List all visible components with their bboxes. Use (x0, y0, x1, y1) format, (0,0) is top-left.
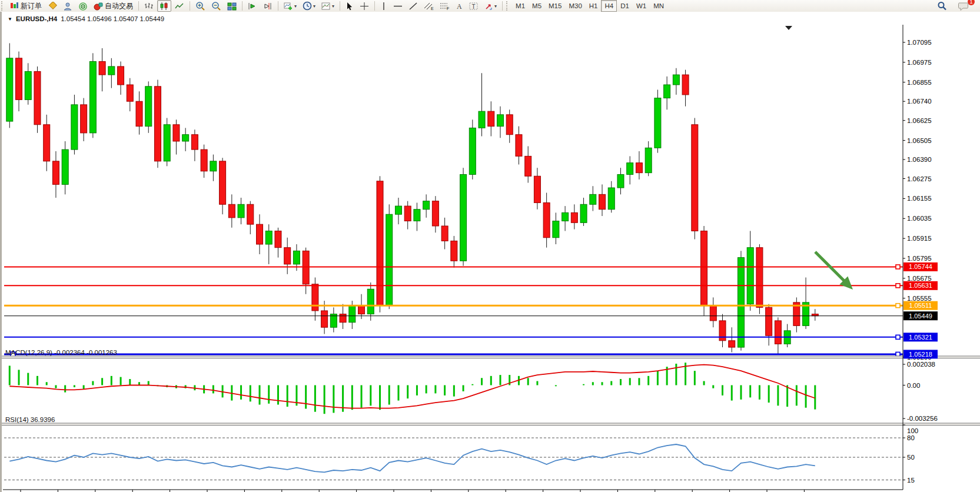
bear-candle (534, 176, 540, 202)
cursor-button[interactable] (343, 0, 356, 12)
svg-text:E: E (431, 6, 434, 11)
horizontal-line-icon (393, 2, 403, 11)
toolbar-grip[interactable] (1, 1, 5, 11)
line-handle[interactable] (896, 352, 900, 356)
bear-candle (321, 311, 328, 327)
channel-icon: E (424, 2, 434, 11)
svg-text:A: A (457, 2, 462, 11)
bear-candle (451, 241, 457, 261)
search-button[interactable] (935, 0, 949, 12)
text-label-icon: T (469, 2, 479, 11)
profile-icon (63, 2, 72, 11)
price-chart[interactable]: 1.070951.069751.068551.067401.066251.065… (2, 12, 980, 492)
bar-chart-button[interactable] (142, 0, 156, 12)
line-handle[interactable] (896, 335, 900, 339)
bear-candle (682, 75, 689, 95)
bear-candle (710, 305, 716, 320)
bear-candle (220, 161, 226, 204)
bear-candle (127, 85, 133, 101)
bear-candle (766, 307, 772, 335)
market-icon (48, 2, 57, 11)
bull-candle (293, 251, 300, 264)
bull-candle (25, 71, 31, 99)
bull-candle (395, 206, 401, 214)
signal-button[interactable] (76, 0, 90, 12)
line-handle[interactable] (896, 284, 900, 288)
tile-windows-button[interactable] (225, 0, 239, 12)
price-tick-label: 1.06740 (907, 98, 932, 105)
line-handle[interactable] (896, 304, 900, 308)
new-order-button[interactable]: 新订单 (8, 0, 44, 12)
chart-shift-button[interactable] (261, 0, 275, 12)
line-chart-button[interactable] (172, 0, 187, 12)
autotrade-button[interactable]: 自动交易 (91, 0, 135, 12)
bull-candle (367, 289, 374, 314)
fibonacci-button[interactable]: F (437, 0, 452, 12)
chevron-down-icon: ▾ (294, 4, 297, 9)
price-badge-label: 1.05218 (909, 351, 932, 358)
tab-timeframe-h4[interactable]: H4 (601, 0, 617, 12)
tab-timeframe-w1[interactable]: W1 (633, 0, 650, 12)
cursor-icon (346, 2, 354, 11)
tab-timeframe-mn[interactable]: MN (650, 0, 667, 12)
bear-candle (488, 111, 494, 126)
add-indicator-icon (284, 2, 293, 11)
bull-candle (608, 188, 614, 210)
window-menu-icon[interactable]: ▼ (8, 16, 12, 22)
bull-candle (164, 125, 170, 161)
toolbar-separator (374, 1, 375, 11)
bull-candle (349, 305, 356, 322)
tile-windows-icon (227, 2, 237, 11)
bull-candle (423, 201, 430, 210)
bear-candle (775, 321, 781, 344)
bull-candle (145, 87, 152, 127)
add-indicator-button[interactable]: ▾ (281, 0, 299, 12)
tab-timeframe-h1[interactable]: H1 (586, 0, 602, 12)
tab-timeframe-m5[interactable]: M5 (529, 0, 545, 12)
text-button[interactable]: A (453, 0, 466, 12)
toolbar-separator (278, 1, 278, 11)
candlestick-chart-button[interactable] (157, 0, 171, 12)
tab-timeframe-m15[interactable]: M15 (545, 0, 565, 12)
chart-shift-marker[interactable] (785, 26, 792, 30)
toolbar-grip[interactable] (506, 1, 510, 11)
tab-timeframe-m1[interactable]: M1 (512, 0, 529, 12)
notification-badge: 1 (968, 0, 975, 5)
line-handle[interactable] (896, 265, 900, 269)
market-button[interactable] (45, 0, 59, 12)
bull-candle (6, 58, 13, 121)
svg-text:T: T (472, 3, 476, 9)
mt4-application: { "toolbar": { "new_order_label": "新订单",… (0, 0, 980, 492)
bear-candle (173, 125, 180, 141)
profile-button[interactable] (61, 0, 75, 12)
bull-candle (414, 210, 420, 221)
bear-candle (228, 204, 235, 218)
period-clock-button[interactable]: ▾ (300, 0, 318, 12)
tab-timeframe-d1[interactable]: D1 (617, 0, 633, 12)
zoom-out-button[interactable] (209, 0, 224, 12)
bull-candle (62, 149, 68, 184)
channel-button[interactable]: E (421, 0, 436, 12)
bear-candle (52, 161, 59, 185)
svg-text:F: F (447, 6, 449, 11)
chart-shift-icon (263, 2, 273, 11)
trendline-button[interactable] (406, 0, 420, 12)
price-tick-label: 1.05675 (907, 275, 932, 282)
bull-candle (664, 85, 670, 98)
tab-timeframe-m30[interactable]: M30 (565, 0, 585, 12)
crosshair-button[interactable] (357, 0, 371, 12)
bear-candle (636, 163, 642, 173)
horizontal-line-button[interactable] (391, 0, 405, 12)
text-label-button[interactable]: T (467, 0, 481, 12)
price-badge-label: 1.05511 (909, 302, 932, 309)
zoom-in-button[interactable] (193, 0, 208, 12)
templates-icon (321, 2, 331, 11)
bull-candle (210, 161, 217, 171)
chat-button[interactable]: 1 (956, 0, 971, 12)
auto-scroll-button[interactable] (245, 0, 260, 12)
arrow-shapes-button[interactable]: ▾ (482, 0, 499, 12)
bull-candle (553, 221, 559, 238)
bull-candle (562, 212, 569, 221)
vertical-line-button[interactable] (378, 0, 390, 12)
templates-button[interactable]: ▾ (319, 0, 337, 12)
